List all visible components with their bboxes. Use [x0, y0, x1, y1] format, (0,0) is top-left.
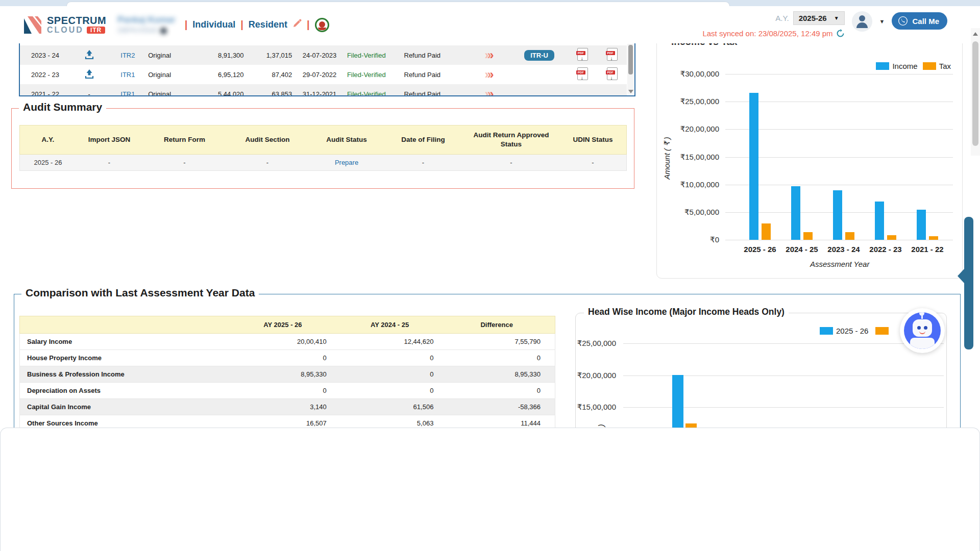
ay-cell: 2023 - 24	[20, 52, 71, 59]
gridline	[725, 129, 953, 130]
section-title: Comparison with Last Assessment Year Dat…	[21, 287, 259, 299]
bar-tax	[845, 232, 854, 240]
y-tick-label: ₹25,00,000	[556, 339, 616, 348]
chevron-down-icon: ▼	[834, 15, 839, 21]
gridline	[725, 185, 953, 185]
ay-cell: 2022 - 23	[20, 71, 71, 79]
audit-table-header: A.Y. Import JSON Return Form Audit Secti…	[19, 125, 627, 155]
filing-date-cell: 31-12-2021	[292, 90, 347, 97]
chatbot-button[interactable]	[900, 308, 945, 353]
chevron-left-icon	[958, 268, 965, 284]
gridline	[623, 343, 944, 344]
refresh-icon[interactable]	[836, 29, 845, 38]
brand-name: SPECTRUM	[47, 15, 106, 26]
refund-status-cell: Refund Paid	[404, 52, 467, 59]
bar-tax	[762, 223, 771, 240]
income-tax-dept-logo-icon[interactable]	[315, 18, 329, 32]
profile-menu-caret-icon[interactable]: ▼	[879, 18, 885, 24]
user-avatar[interactable]	[852, 11, 872, 32]
column-header: A.Y.	[20, 126, 76, 154]
ay-selected-value: 2025-26	[799, 14, 827, 22]
segment-individual: Individual	[192, 19, 235, 30]
itr-u-badge[interactable]: ITR-U	[524, 50, 554, 61]
table-scrollbar	[627, 44, 634, 94]
y-tick-label: ₹15,00,000	[556, 403, 616, 412]
return-type-cell: Original	[148, 71, 193, 79]
y-tick-label: ₹20,00,000	[556, 371, 616, 380]
itr-form-link[interactable]: ITR1	[120, 90, 135, 97]
pan-status-dot	[160, 28, 167, 34]
upload-icon[interactable]	[71, 69, 108, 81]
brand-logo-icon	[22, 15, 43, 35]
refund-status-cell: Refund Paid	[404, 90, 467, 97]
pdf-download-icon[interactable]	[577, 48, 588, 61]
app-root: SPECTRUM CLOUD ITR Pankaj Kumar DBPKX554…	[0, 0, 980, 551]
pdf-download-icon[interactable]	[577, 67, 588, 80]
browser-tab[interactable]	[66, 2, 730, 6]
edit-pencil-icon[interactable]	[292, 19, 302, 31]
prepare-link[interactable]: Prepare	[335, 159, 358, 166]
filing-date-cell: 29-07-2022	[292, 71, 347, 79]
comparison-table-header: AY 2025 - 26 AY 2024 - 25 Difference	[19, 316, 555, 334]
gridline	[725, 240, 953, 240]
upload-icon[interactable]	[71, 49, 108, 61]
table-row: 2025 - 26 - - - Prepare - - -	[19, 155, 627, 171]
bar-income	[917, 210, 926, 240]
bar-income	[749, 93, 758, 240]
column-header	[20, 316, 234, 333]
y-tick-label: ₹20,00,000	[659, 124, 719, 134]
brand-logo: SPECTRUM CLOUD ITR	[22, 15, 106, 35]
legend-swatch	[875, 327, 889, 335]
x-tick-label: 2021 - 22	[904, 245, 950, 254]
assessment-year-select[interactable]: 2025-26 ▼	[793, 11, 845, 25]
income-cell: 5,44,020	[193, 90, 244, 97]
y-tick-label: ₹5,00,000	[659, 208, 719, 217]
table-row: Capital Gain Income 3,140 61,506 -58,366	[19, 399, 555, 415]
bar-tax	[929, 236, 938, 240]
itr-form-link[interactable]: ITR1	[120, 71, 135, 79]
table-row: Business & Profession Income 8,95,330 0 …	[19, 366, 555, 383]
page-scrollbar	[971, 28, 980, 156]
bar-tax	[887, 235, 896, 240]
phone-icon	[898, 16, 908, 26]
legend-item-prev-year[interactable]	[875, 327, 892, 335]
tax-cell: 87,402	[244, 71, 292, 79]
column-header: Difference	[448, 316, 555, 333]
scroll-up-arrow-icon[interactable]	[973, 32, 978, 36]
return-type-cell: Original	[148, 52, 193, 59]
expand-chevrons-icon[interactable]: ›››	[466, 88, 511, 96]
legend-swatch	[820, 327, 833, 335]
scroll-down-arrow-icon[interactable]	[628, 90, 633, 93]
expand-chevrons-icon[interactable]: ›››	[466, 68, 511, 81]
browser-tab-strip	[0, 0, 980, 6]
pdf-download-icon[interactable]	[607, 48, 618, 61]
tax-cell: 63,853	[244, 90, 292, 97]
robot-icon	[904, 312, 941, 349]
user-name: Pankaj Kumar	[117, 14, 175, 26]
expand-chevrons-icon[interactable]: ›››	[466, 49, 511, 61]
table-scrollbar-thumb[interactable]	[628, 45, 633, 74]
last-synced-text: Last synced on: 23/08/2025, 12:49 pm	[702, 29, 832, 38]
side-panel-handle[interactable]	[964, 217, 973, 349]
income-cell: 8,91,300	[193, 52, 244, 59]
legend-item-income[interactable]: Income	[876, 62, 917, 70]
pdf-download-icon[interactable]	[607, 67, 618, 80]
page-scrollbar-thumb[interactable]	[972, 41, 978, 146]
column-header: Audit Status	[308, 126, 385, 154]
assessee-segments: | Individual | Resident |	[185, 18, 329, 32]
x-tick-label: 2025 - 26	[737, 245, 783, 254]
itr-history-table: 2023 - 24 ITR2 Original 8,91,300 1,37,01…	[19, 43, 635, 96]
column-header: Import JSON	[76, 126, 142, 154]
legend-item-2025-26[interactable]: 2025 - 26	[820, 327, 868, 335]
bar-tax	[803, 232, 813, 240]
income-vs-tax-chart-panel: Income vs Tax Income Tax Amount ( ₹ ) ₹3…	[656, 31, 963, 279]
itr-form-link[interactable]: ITR2	[120, 52, 135, 59]
call-me-button[interactable]: Call Me	[892, 12, 947, 30]
user-block: Pankaj Kumar DBPKX554C	[117, 14, 175, 35]
tax-cell: 1,37,015	[244, 52, 292, 59]
y-tick-label: ₹30,00,000	[659, 69, 719, 79]
comparison-table: AY 2025 - 26 AY 2024 - 25 Difference Sal…	[19, 316, 555, 432]
table-row: 2021 - 22 - ITR1 Original 5,44,020 63,85…	[20, 84, 627, 96]
legend-swatch	[923, 62, 936, 70]
legend-item-tax[interactable]: Tax	[923, 62, 951, 70]
